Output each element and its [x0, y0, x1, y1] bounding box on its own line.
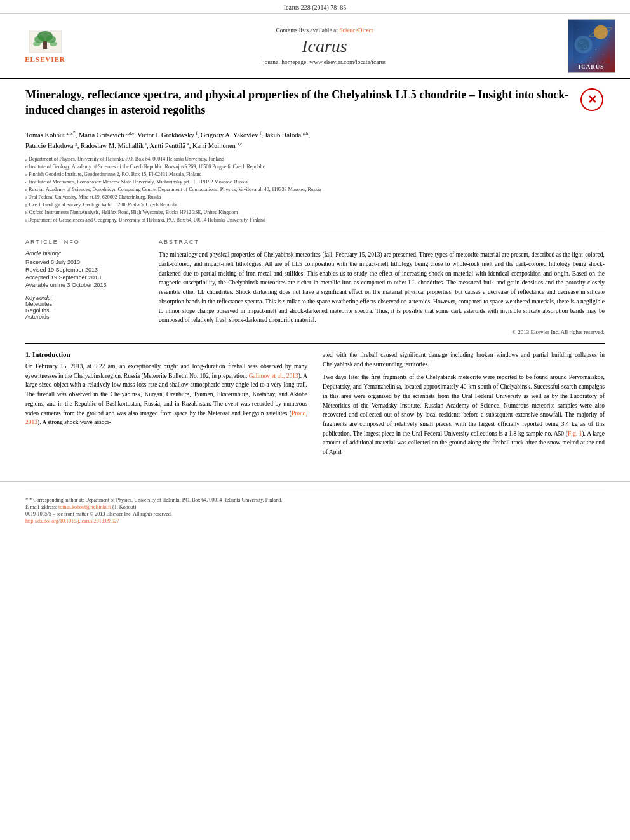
- crossmark-icon: ✕: [580, 88, 603, 111]
- article-title: Mineralogy, reflectance spectra, and phy…: [25, 87, 572, 118]
- abstract-heading: ABSTRACT: [159, 239, 605, 245]
- received-date: Received 8 July 2013: [25, 259, 146, 265]
- author-gritsevich: Maria Gritsevich c,d,e,: [79, 131, 136, 138]
- elsevier-logo: ELSEVIER: [17, 29, 74, 63]
- author-penttila: Antti Penttilä a,: [150, 142, 191, 149]
- keyword-2: Regoliths: [25, 307, 146, 314]
- journal-cover: ICARUS: [563, 19, 620, 73]
- svg-point-6: [50, 41, 57, 46]
- keywords-section: Keywords: Meteorites Regoliths Asteroids: [25, 295, 146, 320]
- doi-link[interactable]: http://dx.doi.org/10.1016/j.icarus.2013.…: [25, 518, 119, 524]
- footnote-email-line: E-mail address: tomas.kohout@helsinki.fi…: [25, 504, 605, 510]
- email-link[interactable]: tomas.kohout@helsinki.fi: [58, 504, 111, 510]
- sciencedirect-link[interactable]: ScienceDirect: [339, 27, 373, 34]
- footnote-star-line: * * Corresponding author at: Department …: [25, 497, 605, 503]
- page-footer: * * Corresponding author at: Department …: [0, 481, 630, 524]
- author-yakovlev: Grigoriy A. Yakovlev f,: [201, 131, 263, 138]
- body-col-right: ated with the fireball caused significan…: [323, 350, 605, 461]
- accepted-date: Accepted 19 September 2013: [25, 274, 146, 281]
- keywords-label: Keywords:: [25, 295, 146, 301]
- sciencedirect-line: Contents lists available at ScienceDirec…: [276, 27, 373, 34]
- revised-date: Revised 19 September 2013: [25, 267, 146, 273]
- page: Icarus 228 (2014) 78–85 ELSEVIER: [0, 0, 630, 840]
- copyright-line: © 2013 Elsevier Inc. All rights reserved…: [159, 329, 605, 335]
- email-note: (T. Kohout).: [112, 504, 138, 510]
- cover-label: ICARUS: [579, 63, 605, 70]
- svg-point-5: [33, 41, 41, 46]
- svg-point-18: [578, 29, 579, 30]
- affiliation-i: i Department of Geosciences and Geograph…: [25, 217, 605, 224]
- section-number: 1.: [25, 350, 30, 358]
- proud-ref-link[interactable]: Proud, 2013: [25, 410, 307, 426]
- abstract-column: ABSTRACT The mineralogy and physical pro…: [159, 239, 605, 335]
- affiliation-e: e Russian Academy of Sciences, Dorodnicy…: [25, 186, 605, 194]
- affiliation-b: b Institute of Geology, Academy of Scien…: [25, 163, 605, 171]
- introduction-section: 1. Introduction On February 15, 2013, at…: [25, 350, 605, 461]
- author-haloda-j: Jakub Haloda g,h,: [265, 131, 310, 138]
- svg-point-11: [577, 39, 589, 51]
- journal-homepage: journal homepage: www.elsevier.com/locat…: [263, 59, 386, 65]
- abstract-text: The mineralogy and physical properties o…: [159, 250, 605, 325]
- icarus-cover-image: ICARUS: [568, 19, 615, 73]
- journal-ref: Icarus 228 (2014) 78–85: [284, 4, 347, 11]
- footer-license: 0019-1035/$ – see front matter © 2013 El…: [25, 511, 605, 517]
- cover-artwork: [568, 22, 615, 63]
- journal-header: ELSEVIER Contents lists available at Sci…: [0, 14, 630, 79]
- elsevier-wordmark: ELSEVIER: [25, 55, 65, 63]
- article-info-column: ARTICLE INFO Article history: Received 8…: [25, 239, 146, 335]
- contents-label: Contents lists available at: [276, 27, 337, 34]
- affiliation-h: h Oxford Instruments NanoAnalysis, Halif…: [25, 209, 605, 217]
- main-content: Mineralogy, reflectance spectra, and phy…: [0, 79, 630, 469]
- affiliation-f: f Ural Federal University, Mira st.19, 6…: [25, 194, 605, 201]
- keyword-1: Meteorites: [25, 301, 146, 307]
- footer-doi: http://dx.doi.org/10.1016/j.icarus.2013.…: [25, 518, 605, 524]
- footer-divider: [25, 491, 605, 491]
- info-abstract-section: ARTICLE INFO Article history: Received 8…: [25, 239, 605, 335]
- galimov-ref-link[interactable]: Galimov et al., 2013: [249, 373, 298, 379]
- crossmark-badge[interactable]: ✕: [579, 87, 605, 112]
- affiliations: a Department of Physics, University of H…: [25, 156, 605, 224]
- author-grokhovsky: Victor I. Grokhovsky f,: [137, 131, 199, 138]
- author-kohout: Tomas Kohout a,b,*,: [25, 131, 77, 138]
- svg-point-8: [594, 25, 608, 39]
- fig1-link[interactable]: Fig. 1: [568, 430, 582, 437]
- article-divider: [25, 232, 605, 232]
- svg-point-16: [603, 54, 603, 55]
- affiliation-c: c Finnish Geodetic Institute, Geodeetinr…: [25, 171, 605, 178]
- svg-point-19: [605, 39, 606, 40]
- elsevier-logo-container: ELSEVIER: [10, 19, 80, 73]
- body-col-left: 1. Introduction On February 15, 2013, at…: [25, 350, 307, 461]
- intro-right-text: ated with the fireball caused significan…: [323, 350, 605, 457]
- keyword-3: Asteroids: [25, 314, 146, 320]
- affiliation-g: g Czech Geological Survey, Geologická 6,…: [25, 201, 605, 209]
- section-title-text: Introduction: [32, 350, 70, 358]
- svg-point-17: [590, 57, 591, 57]
- article-info-heading: ARTICLE INFO: [25, 239, 146, 245]
- journal-title: Icarus: [302, 36, 347, 57]
- affiliation-a: a Department of Physics, University of H…: [25, 156, 605, 163]
- body-divider: [25, 343, 605, 344]
- svg-point-15: [595, 49, 596, 50]
- crossmark-symbol: ✕: [587, 94, 597, 105]
- article-title-section: Mineralogy, reflectance spectra, and phy…: [25, 87, 605, 123]
- authors-line: Tomas Kohout a,b,*, Maria Gritsevich c,d…: [25, 130, 605, 152]
- affiliation-d: d Institute of Mechanics, Lomonosov Mosc…: [25, 178, 605, 186]
- history-label: Article history:: [25, 250, 146, 257]
- section-1-title: 1. Introduction: [25, 350, 307, 358]
- email-label: E-mail address:: [25, 504, 58, 510]
- available-date: Available online 3 October 2013: [25, 282, 146, 288]
- journal-reference-bar: Icarus 228 (2014) 78–85: [0, 0, 630, 14]
- svg-rect-4: [43, 41, 47, 49]
- elsevier-tree-icon: [28, 30, 63, 54]
- author-halodova: Patricie Halodova g,: [25, 142, 79, 149]
- author-michallik: Radoslaw M. Michallik i,: [81, 142, 149, 149]
- author-muinonen: Karri Muinonen a,c: [192, 142, 243, 149]
- journal-name-section: Contents lists available at ScienceDirec…: [86, 19, 563, 73]
- intro-left-text: On February 15, 2013, at 9:22 am, an exc…: [25, 362, 307, 427]
